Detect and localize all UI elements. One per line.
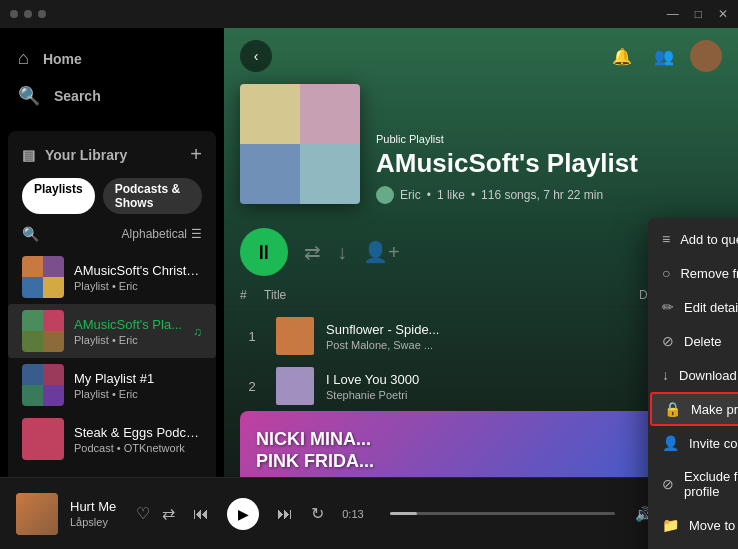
track-info-1: Sunflower - Spide... Post Malone, Swae .… [326,322,687,351]
maximize-button[interactable]: □ [695,7,702,21]
main-content: ‹ 🔔 👥 Public Playlist AMusicSoft's Playl… [224,28,738,549]
meta-user: Eric [400,188,421,202]
meta-separator2: • [471,188,475,202]
sidebar-item-search[interactable]: 🔍 Search [8,77,216,115]
library-add-button[interactable]: + [190,143,202,166]
repeat-btn[interactable]: ↻ [311,504,324,523]
remove-profile-icon: ○ [662,265,670,281]
playlist-name-amusic: AMusicSoft's Pla... [74,317,182,332]
library-sort-icon: ☰ [191,227,202,241]
track-name-2: I Love You 3000 [326,372,687,387]
playlist-thumb-podcast [22,418,64,460]
menu-item-make-private[interactable]: 🔒 Make private [650,392,738,426]
track-num-2: 2 [240,379,264,394]
hero-art-cell-2 [300,84,360,144]
playlist-sub-myplaylist: Playlist • Eric [74,388,154,400]
shuffle-icon[interactable]: ⇄ [304,240,321,264]
player-play-button[interactable]: ▶ [227,498,259,530]
track-artist-2: Stephanie Poetri [326,389,687,401]
playlist-item-myplaylist[interactable]: My Playlist #1 Playlist • Eric [8,358,216,412]
friends-button[interactable]: 👥 [648,40,680,72]
playlist-item-amusic[interactable]: AMusicSoft's Pla... Playlist • Eric ♫ [8,304,216,358]
menu-item-download[interactable]: ↓ Download [648,358,738,392]
shuffle-btn[interactable]: ⇄ [162,504,175,523]
add-queue-icon: ≡ [662,231,670,247]
playlist-item-podcast[interactable]: Steak & Eggs Podcast Podcast • OTKnetwor… [8,412,216,466]
hero-art-cell-1 [240,84,300,144]
playlist-info-myplaylist: My Playlist #1 Playlist • Eric [74,371,154,400]
filter-tabs: Playlists Podcasts & Shows [8,174,216,222]
header-right: 🔔 👥 [606,40,722,72]
menu-item-edit-details[interactable]: ✏ Edit details [648,290,738,324]
avatar-button[interactable] [690,40,722,72]
menu-item-move-folder[interactable]: 📁 Move to folder › [648,508,738,542]
track-name-1: Sunflower - Spide... [326,322,687,337]
hero-art-cell-4 [300,144,360,204]
playlist-info-christmas: AMusicSoft's Christmas... Playlist • Eri… [74,263,202,292]
menu-label-remove-profile: Remove from profile [680,266,738,281]
menu-label-move-folder: Move to folder [689,518,738,533]
sidebar-item-home-label: Home [43,51,82,67]
close-button[interactable]: ✕ [718,7,728,21]
filter-tab-playlists[interactable]: Playlists [22,178,95,214]
playlist-sub-podcast: Podcast • OTKnetwork [74,442,202,454]
col-title: Title [264,288,622,302]
playlist-speaking-icon: ♫ [193,322,202,340]
playlist-info-podcast: Steak & Eggs Podcast Podcast • OTKnetwor… [74,425,202,454]
playlist-name-christmas: AMusicSoft's Christmas... [74,263,202,278]
download-icon[interactable]: ↓ [337,241,347,264]
library-icon: ▤ [22,147,35,163]
minimize-button[interactable]: — [667,7,679,21]
playlist-meta: Eric • 1 like • 116 songs, 7 hr 22 min [376,186,722,204]
meta-avatar [376,186,394,204]
menu-item-invite[interactable]: 👤 Invite collaborators [648,426,738,460]
menu-item-exclude[interactable]: ⊘ Exclude from your taste profile [648,460,738,508]
lock-icon: 🔒 [664,401,681,417]
menu-label-download: Download [679,368,738,383]
titlebar-controls: — □ ✕ [667,7,728,21]
prev-btn[interactable]: ⏮ [193,505,209,523]
library-search-bar: 🔍 Alphabetical ☰ [8,222,216,250]
notifications-button[interactable]: 🔔 [606,40,638,72]
library-sort-label: Alphabetical [122,227,187,241]
next-btn[interactable]: ⏭ [277,505,293,523]
sidebar: ⌂ Home 🔍 Search ▤ Your Library + Playlis… [0,28,224,549]
edit-icon: ✏ [662,299,674,315]
library-title-button[interactable]: ▤ Your Library [22,147,127,163]
track-info-2: I Love You 3000 Stephanie Poetri [326,372,687,401]
player-controls: ⇄ ⏮ ▶ ⏭ ↻ 0:13 [162,498,623,530]
folder-icon: 📁 [662,517,679,533]
track-art-1 [276,317,314,355]
delete-icon: ⊘ [662,333,674,349]
sidebar-item-search-label: Search [54,88,101,104]
add-user-icon[interactable]: 👤+ [363,240,400,264]
player-bar: Hurt Me Låpsley ♡ ⇄ ⏮ ▶ ⏭ ↻ 0:13 🔊 [0,477,738,549]
play-button[interactable]: ⏸ [240,228,288,276]
titlebar-dot-1 [10,10,18,18]
search-icon: 🔍 [18,85,40,107]
menu-item-add-playlist[interactable]: + Add to other playlist › [648,542,738,549]
filter-tab-podcasts[interactable]: Podcasts & Shows [103,178,202,214]
playlist-info-amusic: AMusicSoft's Pla... Playlist • Eric [74,317,182,346]
menu-label-invite: Invite collaborators [689,436,738,451]
playlist-sub-amusic: Playlist • Eric [74,334,182,346]
playlist-name-myplaylist: My Playlist #1 [74,371,154,386]
titlebar-dots [10,10,46,18]
menu-item-delete[interactable]: ⊘ Delete [648,324,738,358]
menu-label-add-queue: Add to queue [680,232,738,247]
track-num-1: 1 [240,329,264,344]
player-heart-button[interactable]: ♡ [136,504,150,523]
playlist-name-podcast: Steak & Eggs Podcast [74,425,202,440]
back-button[interactable]: ‹ [240,40,272,72]
menu-item-add-queue[interactable]: ≡ Add to queue [648,222,738,256]
sidebar-item-home[interactable]: ⌂ Home [8,40,216,77]
playlist-item-christmas[interactable]: AMusicSoft's Christmas... Playlist • Eri… [8,250,216,304]
library-search-icon[interactable]: 🔍 [22,226,39,242]
player-progress-bar[interactable] [390,512,615,515]
library-sort-button[interactable]: Alphabetical ☰ [122,227,202,241]
home-icon: ⌂ [18,48,29,69]
playlist-thumb-christmas [22,256,64,298]
hero-art [240,84,360,204]
app-layout: ⌂ Home 🔍 Search ▤ Your Library + Playlis… [0,28,738,549]
menu-item-remove-profile[interactable]: ○ Remove from profile [648,256,738,290]
